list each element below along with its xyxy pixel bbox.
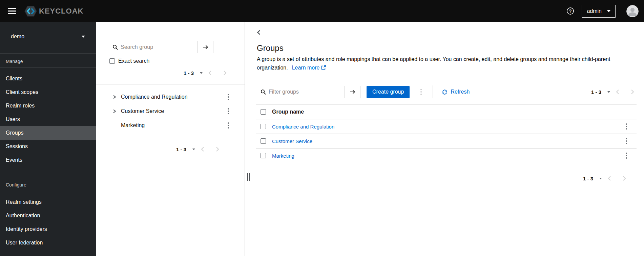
chevron-left-icon bbox=[201, 146, 204, 152]
arrow-right-icon bbox=[203, 44, 208, 50]
tree-pagination-bottom: 1 - 3 bbox=[96, 144, 225, 154]
sidebar-item-authentication[interactable]: Authentication bbox=[0, 209, 96, 222]
exact-search-checkbox-row[interactable]: Exact search bbox=[109, 58, 245, 64]
sidebar-item-identity-providers[interactable]: Identity providers bbox=[0, 222, 96, 236]
hamburger-icon bbox=[8, 8, 16, 14]
content: demo Manage Clients Client scopes Realm … bbox=[0, 22, 644, 256]
toolbar-kebab-menu-icon[interactable] bbox=[418, 86, 424, 97]
create-group-button[interactable]: Create group bbox=[367, 86, 410, 98]
collapse-panel-button[interactable] bbox=[257, 29, 261, 35]
pagination-range-dropdown[interactable]: 1 - 3 bbox=[583, 176, 602, 181]
help-button[interactable]: ? bbox=[566, 7, 574, 15]
nav-toggle-button[interactable] bbox=[6, 5, 18, 17]
pagination-next-button[interactable] bbox=[217, 68, 232, 78]
avatar[interactable] bbox=[626, 5, 639, 17]
chevron-right-icon bbox=[623, 176, 626, 181]
tree-item[interactable]: Compliance and Regulation bbox=[96, 90, 245, 104]
row-checkbox[interactable] bbox=[261, 153, 266, 158]
masthead-right: ? admin bbox=[566, 5, 639, 18]
filter-groups-submit-button[interactable] bbox=[345, 86, 360, 98]
pagination-prev-button[interactable] bbox=[195, 144, 210, 154]
external-link-icon bbox=[321, 65, 326, 70]
search-group-submit-button[interactable] bbox=[198, 41, 213, 53]
search-group-input[interactable] bbox=[118, 41, 198, 53]
caret-down-icon bbox=[200, 72, 203, 74]
refresh-icon bbox=[442, 89, 448, 95]
sidebar-item-groups[interactable]: Groups bbox=[0, 126, 96, 140]
pagination-range: 1 - 3 bbox=[176, 146, 186, 152]
row-checkbox[interactable] bbox=[261, 138, 266, 144]
caret-down-icon bbox=[82, 36, 85, 38]
refresh-button[interactable]: Refresh bbox=[442, 89, 470, 95]
tree-item-label[interactable]: Compliance and Regulation bbox=[121, 94, 188, 100]
group-link[interactable]: Marketing bbox=[272, 153, 294, 159]
chevron-left-icon bbox=[208, 70, 212, 76]
pagination-next-button[interactable] bbox=[625, 87, 640, 97]
panel-resize-handle[interactable] bbox=[247, 173, 250, 181]
pagination-range-dropdown[interactable]: 1 - 3 bbox=[184, 70, 203, 76]
filter-groups-input[interactable] bbox=[266, 86, 345, 98]
row-kebab-menu-icon[interactable] bbox=[624, 150, 629, 161]
panel-splitter bbox=[245, 22, 252, 256]
tree-item-label[interactable]: Marketing bbox=[121, 122, 145, 129]
pagination-range-dropdown[interactable]: 1 - 3 bbox=[176, 146, 195, 152]
select-all-checkbox[interactable] bbox=[261, 109, 266, 115]
pagination-next-button[interactable] bbox=[617, 173, 632, 183]
row-checkbox[interactable] bbox=[261, 124, 266, 129]
tree-item[interactable]: Customer Service bbox=[96, 104, 245, 118]
sidebar-item-realm-roles[interactable]: Realm roles bbox=[0, 99, 96, 113]
search-icon bbox=[257, 86, 266, 98]
sidebar-item-clients[interactable]: Clients bbox=[0, 72, 96, 85]
tree-toolbar: Exact search 1 - 3 bbox=[96, 41, 245, 84]
pagination-range: 1 - 3 bbox=[591, 89, 601, 95]
question-circle-icon: ? bbox=[566, 7, 574, 15]
pagination-prev-button[interactable] bbox=[610, 87, 625, 97]
app-window: KEYCLOAK ? admin bbox=[0, 0, 644, 256]
avatar-icon bbox=[626, 5, 639, 17]
tree-item-label[interactable]: Customer Service bbox=[121, 108, 164, 114]
table-pagination-top: 1 - 3 bbox=[591, 87, 640, 97]
sidebar-item-events[interactable]: Events bbox=[0, 153, 96, 167]
caret-down-icon bbox=[607, 10, 610, 12]
toolbar-divider bbox=[433, 85, 433, 98]
pagination-range-dropdown[interactable]: 1 - 3 bbox=[591, 89, 610, 95]
caret-down-icon bbox=[192, 149, 195, 150]
kebab-menu-icon[interactable] bbox=[226, 120, 231, 131]
sidebar-item-sessions[interactable]: Sessions bbox=[0, 140, 96, 153]
learn-more-link[interactable]: Learn more bbox=[292, 65, 326, 71]
groups-table: Group name Compliance and Regulation Cus… bbox=[256, 104, 637, 163]
kebab-menu-icon[interactable] bbox=[226, 106, 231, 117]
sidebar-item-user-federation[interactable]: User federation bbox=[0, 236, 96, 250]
exact-search-checkbox[interactable] bbox=[109, 58, 115, 64]
brand-text: KEYCLOAK bbox=[39, 7, 83, 16]
sidebar-item-realm-settings[interactable]: Realm settings bbox=[0, 195, 96, 209]
pagination-range: 1 - 3 bbox=[184, 70, 194, 76]
table-row: Customer Service bbox=[256, 134, 637, 149]
tree-pagination-top: 1 - 3 bbox=[96, 68, 232, 78]
pagination-prev-button[interactable] bbox=[602, 173, 617, 183]
user-menu-dropdown[interactable]: admin bbox=[582, 5, 616, 18]
expand-chevron-icon[interactable] bbox=[111, 109, 117, 114]
nav-section-title: Configure bbox=[0, 177, 96, 191]
sidebar-item-users[interactable]: Users bbox=[0, 113, 96, 126]
pagination-prev-button[interactable] bbox=[203, 68, 217, 78]
chevron-right-icon bbox=[631, 89, 634, 95]
table-pagination-bottom: 1 - 3 bbox=[256, 173, 632, 183]
realm-selector-wrap: demo bbox=[0, 22, 96, 54]
chevron-left-icon bbox=[608, 176, 611, 181]
arrow-right-icon bbox=[350, 89, 355, 95]
kebab-menu-icon[interactable] bbox=[226, 92, 231, 102]
row-kebab-menu-icon[interactable] bbox=[624, 121, 629, 132]
exact-search-label: Exact search bbox=[118, 58, 149, 64]
tree-item[interactable]: Marketing bbox=[96, 118, 245, 133]
group-link[interactable]: Compliance and Regulation bbox=[272, 124, 334, 130]
current-realm: demo bbox=[11, 34, 24, 40]
group-link[interactable]: Customer Service bbox=[272, 138, 312, 144]
expand-chevron-icon[interactable] bbox=[111, 95, 117, 99]
pagination-next-button[interactable] bbox=[210, 144, 225, 154]
user-name: admin bbox=[587, 8, 602, 14]
realm-selector-dropdown[interactable]: demo bbox=[6, 30, 90, 43]
chevron-right-icon bbox=[216, 146, 219, 152]
row-kebab-menu-icon[interactable] bbox=[624, 136, 629, 146]
sidebar-item-client-scopes[interactable]: Client scopes bbox=[0, 85, 96, 99]
